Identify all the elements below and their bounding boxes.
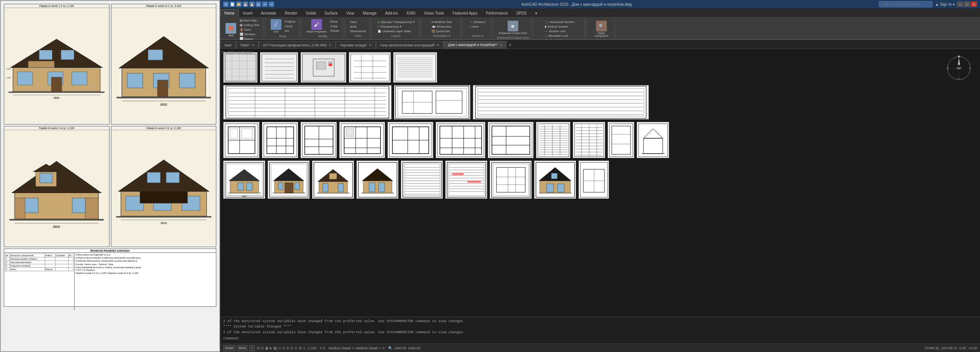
detail-component-button[interactable]: 🔍 DetailComponent — [593, 20, 610, 38]
fp-thumb-4 — [339, 122, 385, 158]
elev-thumb-6 — [445, 160, 487, 199]
tab-annotate[interactable]: Annotate — [257, 9, 281, 17]
ceiling-grid-button[interactable]: ▦Ceiling Grid — [238, 23, 261, 27]
circle-button[interactable]: Circle — [284, 24, 297, 28]
tab-render[interactable]: Render — [281, 9, 302, 17]
ribbon-group-section-elevation: ⬛ Horizontal Section ▮ Vertical Section … — [535, 18, 585, 38]
fp-thumb-5 — [387, 122, 433, 158]
multiline-text-button[interactable]: A Multiline Text — [430, 20, 453, 24]
tab-start[interactable]: Start — [220, 41, 236, 49]
window-button[interactable]: 🪟Window — [238, 32, 261, 36]
plus-button[interactable]: + — [249, 345, 255, 351]
tab-insert[interactable]: Insert — [239, 9, 257, 17]
tab-spds[interactable]: SPDS — [512, 9, 531, 17]
tab-dom[interactable]: Дом с мансардой и погребом** ✕ — [444, 41, 506, 49]
tab-performance[interactable]: Performance — [482, 9, 512, 17]
roof-slab-button[interactable]: ▤Roof Slab — [238, 18, 261, 23]
save-icon[interactable]: 💾 — [243, 2, 248, 7]
tab-dom-close[interactable]: ✕ — [499, 43, 502, 47]
save-as-icon[interactable]: 💾 — [249, 2, 255, 7]
svg-rect-130 — [263, 123, 297, 157]
tab-home[interactable]: Home — [220, 9, 239, 17]
print-icon[interactable]: 🖨 — [256, 2, 261, 7]
close-button[interactable]: ✕ — [971, 2, 977, 7]
facade-1-title: Fațada în axele 1-3 sc.:1:100 — [4, 4, 109, 8]
z-coord: +0.00 — [968, 346, 977, 350]
tab-tiidor[interactable]: Tiidor* ✕ — [236, 41, 259, 49]
tab-start-label: Start — [224, 43, 232, 47]
rotate-button[interactable]: Rotate — [329, 29, 341, 33]
new-file-icon[interactable]: 📄 — [230, 2, 235, 7]
match-properties-button[interactable]: 🖌 Match Properties — [305, 18, 328, 34]
elevation-line-button[interactable]: — Elevation Line — [544, 34, 575, 38]
move-button[interactable]: Move — [329, 20, 341, 24]
undo-icon[interactable]: ↩ — [262, 2, 268, 7]
tab-overflow[interactable]: ▾ — [531, 9, 541, 17]
command-input[interactable] — [241, 337, 318, 341]
work-button[interactable]: Work — [237, 345, 248, 351]
svg-rect-240 — [323, 183, 328, 192]
open-file-icon[interactable]: 📂 — [236, 2, 242, 7]
quickcalc-button[interactable]: 🧮 QuickCalc — [430, 29, 453, 33]
tab-addins[interactable]: Add-ins — [381, 9, 402, 17]
status-icons: ⊞ ⊟ ▣ ◈ ▦ ⊙ ⊚ ⊛ ⊜ ⊝ ⊞ — [256, 346, 302, 350]
vertical-section-button[interactable]: ▮ Vertical Section — [544, 25, 575, 29]
drawing-thumb-r2-3 — [473, 85, 649, 120]
view-btn-1[interactable]: View — [349, 20, 367, 24]
new-tab-button[interactable]: + — [506, 41, 514, 49]
build-buttons: 🧱 Wall ▤Roof Slab ▦Ceiling Grid 🚪Door 🪟W… — [224, 18, 261, 41]
svg-rect-69 — [350, 53, 390, 82]
tab-chertezhi[interactable]: Чертежи склада* ✕ — [336, 41, 376, 49]
tab-raspladka[interactable]: x07 Раскладка профнастила L1700 M50 ✕ — [259, 41, 336, 49]
area-button[interactable]: Area — [349, 25, 367, 29]
drawing-viewport[interactable]: [Top][2D Wireframe] — [220, 49, 980, 317]
drawing-thumb-detail1 — [260, 52, 298, 83]
maximize-button[interactable]: □ — [964, 2, 970, 7]
arc-button[interactable]: Arc — [284, 29, 297, 33]
copy-button[interactable]: Copy — [329, 24, 341, 28]
dimension-anno-button[interactable]: ◀▶ Dimension — [430, 25, 453, 29]
drawings-row-3 — [223, 122, 977, 158]
tab-manage[interactable]: Manage — [359, 9, 381, 17]
svg-rect-204 — [609, 123, 634, 157]
ribbon-content: 🧱 Wall ▤Roof Slab ▦Ceiling Grid 🚪Door 🪟W… — [220, 17, 980, 40]
horizontal-section-button[interactable]: ⬛ Horizontal Section — [544, 20, 575, 24]
tab-chertezhi-close[interactable]: ✕ — [369, 43, 372, 47]
custom-grid-button[interactable]: ▦ Enhanced Custom Grid — [497, 20, 528, 35]
dimension-button[interactable]: Dimensions — [349, 29, 367, 33]
tab-a360[interactable]: A360 — [402, 9, 420, 17]
annotation-group-title: Annotation ▾ — [433, 33, 450, 38]
search-input[interactable] — [879, 1, 933, 7]
door-button[interactable]: 🚪Door — [238, 28, 261, 32]
minimize-button[interactable]: ─ — [957, 2, 963, 7]
svg-rect-113 — [475, 85, 647, 119]
layers-group-title: Layers — [392, 33, 401, 38]
transparency-button[interactable]: □ Transparency ▾ — [376, 25, 415, 29]
svg-rect-231 — [278, 183, 283, 190]
tab-raspladka-close[interactable]: ✕ — [328, 43, 332, 47]
tab-uzly[interactable]: Узлы металлических конструкций* ✕ — [376, 41, 444, 49]
svg-text:9600: 9600 — [242, 195, 246, 198]
unsaved-layer-button[interactable]: 📋 Unsaved Layer State — [376, 29, 415, 33]
tab-uzly-close[interactable]: ✕ — [436, 43, 439, 47]
tab-view[interactable]: View — [342, 9, 359, 17]
section-line-button[interactable]: — Section Line — [544, 29, 575, 33]
wall-button[interactable]: 🧱 Wall — [224, 22, 238, 38]
area-inquiry-button[interactable]: □ Area — [469, 25, 487, 29]
detail-sep: ▾ — [352, 346, 354, 350]
distance-button[interactable]: ↔ Distance — [469, 20, 487, 24]
drawings-area: 9600 — [220, 49, 980, 317]
tab-surface[interactable]: Surface — [320, 9, 342, 17]
model-button[interactable]: Model — [223, 345, 235, 351]
small-thumb-2 — [637, 122, 669, 158]
ribbon-group-modify: 🖌 Match Properties Move Copy Rotate Modi… — [303, 18, 343, 38]
polyline-button[interactable]: Polyline — [284, 20, 297, 24]
tab-solids[interactable]: Solids — [302, 9, 320, 17]
tab-vision-tools[interactable]: Vision Tools — [420, 9, 448, 17]
bylayer-transparency-button[interactable]: ▤ ByLayer Transparency ▾ — [376, 20, 415, 24]
tab-featured-apps[interactable]: Featured Apps — [448, 9, 482, 17]
svg-rect-220 — [238, 183, 243, 190]
line-button[interactable]: ╱ Line — [269, 18, 283, 34]
redo-icon[interactable]: ↪ — [269, 2, 274, 7]
tab-tiidor-close[interactable]: ✕ — [252, 43, 255, 47]
